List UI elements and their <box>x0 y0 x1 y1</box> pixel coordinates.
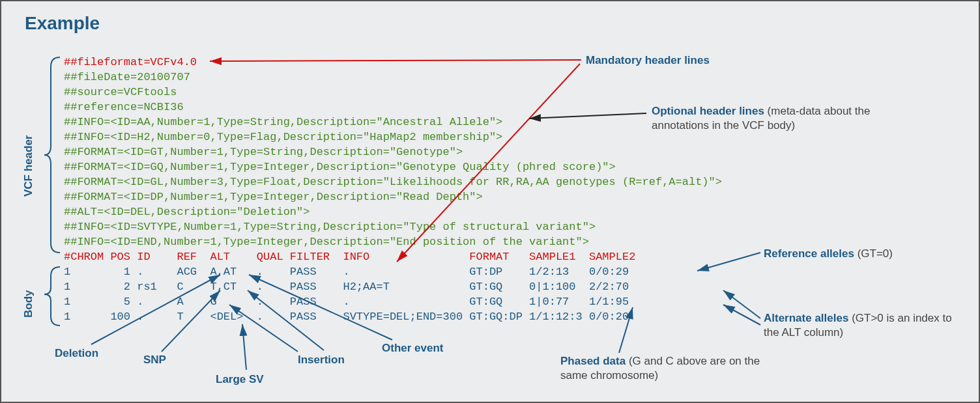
data-row-4: 1 100 . T <DEL> . PASS SVTYPE=DEL;END=30… <box>64 311 629 323</box>
hdr-source: ##source=VCFtools <box>64 86 177 98</box>
hdr-fileformat: ##fileformat=VCFv4.0 <box>64 56 197 68</box>
anno-snp: SNP <box>143 353 166 367</box>
hdr-format-gq: ##FORMAT=<ID=GQ,Number=1,Type=Integer,De… <box>64 161 616 173</box>
anno-other: Other event <box>382 341 443 355</box>
column-header-row: #CHROM POS ID REF ALT QUAL FILTER INFO F… <box>64 251 635 263</box>
hdr-info-svtype: ##INFO=<ID=SVTYPE,Number=1,Type=String,D… <box>64 221 596 233</box>
anno-insertion: Insertion <box>298 353 345 367</box>
hdr-format-gl: ##FORMAT=<ID=GL,Number=3,Type=Float,Desc… <box>64 176 722 188</box>
hdr-info-end: ##INFO=<ID=END,Number=1,Type=Integer,Des… <box>64 236 589 248</box>
anno-deletion: Deletion <box>55 346 98 361</box>
hdr-filedate: ##fileDate=20100707 <box>64 71 190 83</box>
anno-mandatory: Mandatory header lines <box>586 53 710 68</box>
svg-line-9 <box>242 324 246 370</box>
figure-title: Example <box>25 13 100 34</box>
hdr-alt-del: ##ALT=<ID=DEL,Description="Deletion"> <box>64 206 310 218</box>
anno-optional: Optional header lines (meta-data about t… <box>652 104 912 133</box>
hdr-reference: ##reference=NCBI36 <box>64 101 184 113</box>
data-row-1: 1 1 . ACG A,AT . PASS . GT:DP 1/2:13 0/0… <box>64 266 629 278</box>
anno-alternate: Alternate alleles (GT>0 is an index to t… <box>764 311 966 340</box>
hdr-format-gt: ##FORMAT=<ID=GT,Number=1,Type=String,Des… <box>64 146 463 158</box>
vcf-code: ##fileformat=VCFv4.0 ##fileDate=20100707… <box>64 55 722 324</box>
vcf-header-label: VCF header <box>22 135 35 197</box>
hdr-info-aa: ##INFO=<ID=AA,Number=1,Type=String,Descr… <box>64 116 502 128</box>
anno-phased: Phased data (G and C above are on the sa… <box>560 354 769 383</box>
hdr-format-dp: ##FORMAT=<ID=DP,Number=1,Type=Integer,De… <box>64 191 483 203</box>
anno-reference: Reference alleles (GT=0) <box>764 247 893 261</box>
data-row-3: 1 5 . A G . PASS . GT:GQ 1|0:77 1/1:95 <box>64 296 629 308</box>
vcf-example-figure: Example VCF header Body ##fileformat=VCF… <box>0 0 980 403</box>
body-label: Body <box>22 290 35 318</box>
svg-line-5 <box>723 305 760 325</box>
data-row-2: 1 2 rs1 C T,CT . PASS H2;AA=T GT:GQ 0|1:… <box>64 281 629 293</box>
anno-largesv: Large SV <box>216 372 264 387</box>
hdr-info-h2: ##INFO=<ID=H2,Number=0,Type=Flag,Descrip… <box>64 131 502 143</box>
svg-line-4 <box>723 290 760 318</box>
